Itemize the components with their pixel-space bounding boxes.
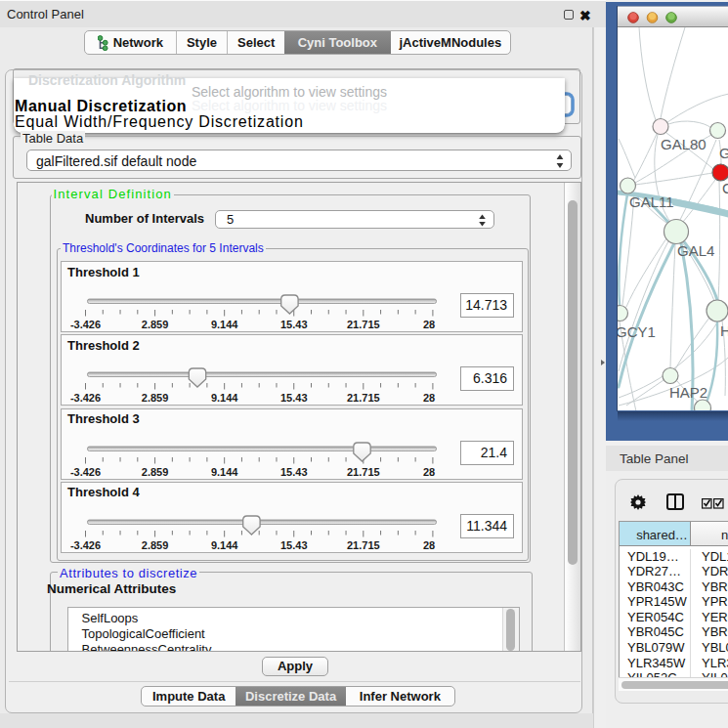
svg-text:9.144: 9.144 — [211, 465, 238, 477]
svg-text:-3.426: -3.426 — [70, 319, 101, 330]
svg-text:28: 28 — [423, 319, 435, 330]
svg-text:21.715: 21.715 — [347, 465, 380, 477]
svg-text:2.859: 2.859 — [142, 319, 169, 330]
svg-text:9.144: 9.144 — [211, 392, 238, 404]
svg-text:-3.426: -3.426 — [70, 465, 101, 477]
svg-text:2.859: 2.859 — [142, 392, 169, 404]
svg-text:GAL11: GAL11 — [629, 193, 674, 210]
svg-text:21.715: 21.715 — [347, 392, 380, 404]
svg-text:15.43: 15.43 — [280, 538, 308, 550]
svg-text:28: 28 — [423, 392, 435, 404]
svg-text:-3.426: -3.426 — [70, 392, 101, 404]
svg-text:15.43: 15.43 — [280, 392, 308, 404]
svg-text:2.859: 2.859 — [142, 465, 169, 477]
svg-text:9.144: 9.144 — [211, 319, 238, 330]
svg-text:15.43: 15.43 — [280, 465, 308, 477]
svg-text:-3.426: -3.426 — [70, 538, 101, 550]
svg-text:9.144: 9.144 — [211, 538, 238, 550]
svg-text:15.43: 15.43 — [280, 319, 308, 330]
svg-text:HIS: HIS — [720, 322, 728, 339]
svg-text:28: 28 — [423, 465, 435, 477]
svg-text:HAP2: HAP2 — [669, 384, 707, 401]
svg-text:GAL7: GAL7 — [719, 145, 728, 161]
svg-text:2.859: 2.859 — [142, 538, 169, 550]
svg-text:CD: CD — [722, 180, 728, 196]
svg-text:GCY1: GCY1 — [618, 323, 656, 340]
svg-text:21.715: 21.715 — [347, 319, 380, 330]
svg-text:28: 28 — [423, 538, 435, 550]
svg-text:GAL4: GAL4 — [677, 242, 714, 259]
svg-text:21.715: 21.715 — [347, 538, 380, 550]
svg-text:GAL80: GAL80 — [661, 136, 707, 152]
